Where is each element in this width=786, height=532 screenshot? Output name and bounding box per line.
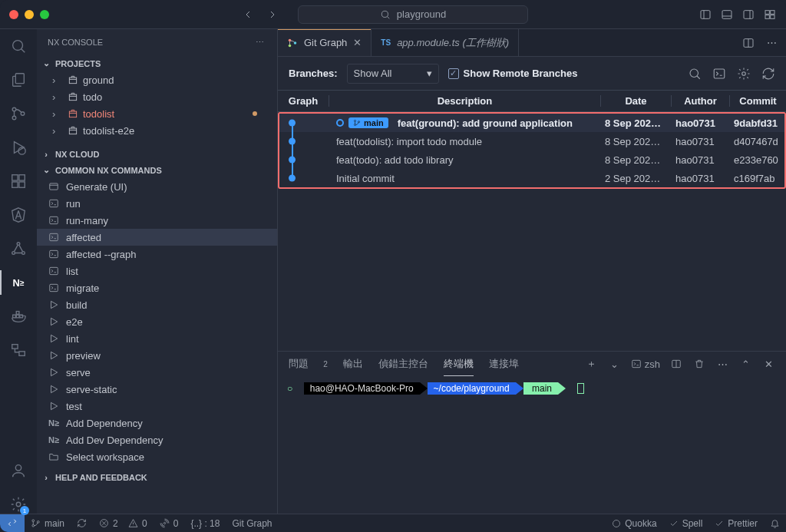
svg-rect-4 — [765, 10, 769, 14]
run-debug-activity[interactable] — [9, 138, 28, 157]
nav-forward-button[interactable] — [266, 8, 279, 21]
command-select-workspace[interactable]: Select workspace — [37, 448, 277, 465]
tab-git-graph[interactable]: Git Graph ✕ — [278, 29, 372, 56]
command-lint[interactable]: lint — [37, 330, 277, 347]
prompt-host: hao@HAO-MacBook-Pro — [304, 382, 420, 395]
status-ports[interactable]: 0 — [154, 514, 185, 532]
git-graph-settings-button[interactable] — [737, 67, 751, 81]
command-list[interactable]: list — [37, 263, 277, 279]
command-add-dev-dependency[interactable]: N≥Add Dev Dependency — [37, 431, 277, 448]
panel-tab-ports[interactable]: 連接埠 — [489, 352, 519, 375]
panel-tab-debug[interactable]: 偵錯主控台 — [378, 352, 428, 375]
git-graph-search-button[interactable] — [688, 67, 702, 81]
extensions-activity[interactable] — [9, 172, 28, 190]
status-spell[interactable]: Spell — [663, 514, 709, 532]
command-serve[interactable]: serve — [37, 364, 277, 381]
status-quokka[interactable]: Quokka — [606, 514, 662, 532]
maximize-window-button[interactable] — [40, 10, 49, 19]
command-run-many[interactable]: run-many — [37, 212, 277, 229]
kill-terminal-button[interactable] — [692, 357, 706, 371]
branch-badge[interactable]: main — [348, 117, 388, 128]
layout-primary-side-button[interactable] — [698, 8, 712, 21]
graph-activity[interactable] — [9, 240, 28, 258]
status-prettier[interactable]: Prettier — [708, 514, 764, 532]
search-icon — [380, 9, 391, 20]
commit-row[interactable]: feat(todolist): import todo module8 Sep … — [279, 132, 784, 150]
status-git-graph[interactable]: Git Graph — [226, 514, 278, 532]
branches-select[interactable]: Show All ▾ — [347, 64, 439, 84]
commit-row[interactable]: Initial commit2 Sep 202…hao0731c169f7ab — [279, 169, 784, 187]
layout-secondary-side-button[interactable] — [741, 8, 755, 21]
project-ground[interactable]: ›ground — [37, 71, 277, 88]
status-brackets[interactable]: {..} : 18 — [184, 514, 226, 532]
command-migrate[interactable]: migrate — [37, 279, 277, 296]
project-todolist[interactable]: ›todolist — [37, 105, 277, 122]
settings-activity[interactable]: 1 — [9, 495, 28, 514]
explorer-activity[interactable] — [9, 71, 28, 89]
commands-section-header[interactable]: ⌄COMMON NX COMMANDS — [37, 162, 277, 178]
cloud-section-header[interactable]: ›NX CLOUD — [37, 147, 277, 162]
help-section-header[interactable]: ›HELP AND FEEDBACK — [37, 470, 277, 485]
tab-close-button[interactable]: ✕ — [353, 37, 362, 48]
minimize-window-button[interactable] — [25, 10, 34, 19]
status-notifications[interactable] — [764, 514, 786, 532]
panel-maximize-button[interactable]: ⌃ — [738, 357, 752, 371]
customize-layout-button[interactable] — [763, 8, 777, 21]
terminal-name[interactable]: zsh — [631, 359, 660, 370]
commit-row[interactable]: mainfeat(ground): add ground application… — [279, 114, 784, 132]
close-window-button[interactable] — [9, 10, 18, 19]
svg-rect-37 — [50, 250, 58, 257]
git-graph-terminal-button[interactable] — [712, 67, 726, 81]
sidebar-more-button[interactable]: ⋯ — [253, 35, 266, 49]
panel-more-button[interactable]: ⋯ — [715, 357, 729, 371]
panel-tab-output[interactable]: 輸出 — [343, 352, 363, 375]
svg-point-20 — [22, 252, 25, 255]
docker-activity[interactable] — [9, 307, 28, 325]
command-affected-graph[interactable]: affected --graph — [37, 246, 277, 263]
remote-activity[interactable] — [9, 341, 28, 359]
panel-tab-terminal[interactable]: 終端機 — [444, 352, 474, 376]
split-editor-button[interactable] — [741, 36, 755, 50]
command-run[interactable]: run — [37, 195, 277, 212]
panel-close-button[interactable]: ✕ — [761, 357, 775, 371]
command-e2e[interactable]: e2e — [37, 313, 277, 330]
command-affected[interactable]: affected — [37, 229, 277, 246]
layout-panel-button[interactable] — [720, 8, 734, 21]
editor-tabs: Git Graph ✕ TS app.module.ts (工作樹狀) ⋯ — [278, 29, 786, 57]
editor-more-button[interactable]: ⋯ — [765, 36, 778, 50]
status-problems[interactable]: 2 0 — [93, 514, 154, 532]
git-graph-refresh-button[interactable] — [761, 67, 775, 81]
tab-app-module[interactable]: TS app.module.ts (工作樹狀) — [372, 29, 519, 56]
projects-section-header[interactable]: ⌄PROJECTS — [37, 55, 277, 71]
split-terminal-button[interactable] — [669, 357, 683, 371]
terminal-content[interactable]: ○ hao@HAO-MacBook-Pro~/code/playground m… — [278, 376, 786, 514]
terminal-dropdown-button[interactable]: ⌄ — [608, 357, 622, 371]
command-test[interactable]: test — [37, 398, 277, 415]
angular-activity[interactable] — [9, 206, 28, 224]
command-center[interactable]: playground — [298, 5, 528, 24]
package-icon — [68, 91, 78, 102]
project-todolist-e2e[interactable]: ›todolist-e2e — [37, 122, 277, 139]
command-preview[interactable]: preview — [37, 347, 277, 364]
nav-back-button[interactable] — [241, 8, 255, 21]
panel-tab-problems[interactable]: 問題 2 — [289, 352, 328, 375]
accounts-activity[interactable] — [9, 461, 28, 480]
new-terminal-button[interactable]: ＋ — [585, 357, 599, 371]
status-branch[interactable]: main — [25, 514, 71, 532]
search-activity[interactable] — [9, 37, 28, 55]
status-sync[interactable] — [71, 514, 93, 532]
command-generate-ui-[interactable]: Generate (UI) — [37, 178, 277, 195]
command-add-dependency[interactable]: N≥Add Dependency — [37, 415, 277, 431]
svg-point-11 — [12, 116, 16, 120]
show-remote-checkbox[interactable]: ✓ Show Remote Branches — [448, 68, 578, 79]
git-graph-icon — [287, 38, 298, 48]
source-control-activity[interactable] — [9, 104, 28, 123]
commit-row[interactable]: feat(todo): add todo library8 Sep 202…ha… — [279, 150, 784, 169]
nx-console-activity[interactable]: N≥ — [9, 273, 28, 292]
command-serve-static[interactable]: serve-static — [37, 381, 277, 398]
command-build[interactable]: build — [37, 296, 277, 313]
svg-point-27 — [15, 465, 21, 471]
remote-indicator[interactable] — [0, 514, 25, 532]
prompt-branch: main — [523, 382, 558, 395]
project-todo[interactable]: ›todo — [37, 88, 277, 105]
